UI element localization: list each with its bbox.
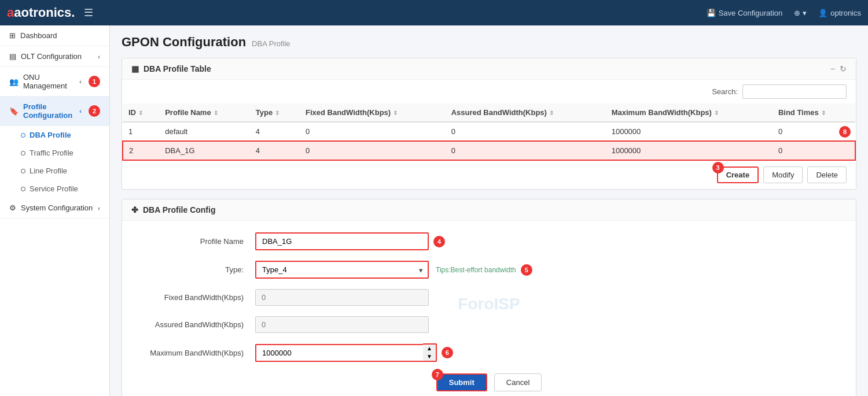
col-profile-name: Profile Name⇕ — [159, 103, 250, 122]
sidebar-sub-traffic-profile[interactable]: Traffic Profile — [0, 144, 109, 162]
profile-name-label: Profile Name — [139, 237, 255, 246]
fixed-bw-row: Fixed BandWidth(Kbps) — [139, 289, 838, 306]
save-config-button[interactable]: 💾 Save Configuration — [707, 9, 783, 17]
spinner-buttons: ▲ ▼ — [423, 343, 437, 362]
form-card-title: ✤ DBA Profile Config — [122, 199, 856, 221]
cell-id: 1 — [123, 122, 159, 141]
sidebar: ⊞ Dashboard ▤ OLT Configuration ‹ 👥 ONU … — [0, 25, 110, 396]
submit-button[interactable]: 7 Submit — [436, 373, 487, 391]
sidebar-item-profile-config[interactable]: 🔖 Profile Configuration ‹ 2 — [0, 97, 109, 126]
service-circle-icon — [21, 187, 25, 191]
sidebar-sub-dba-profile[interactable]: DBA Profile — [0, 126, 109, 144]
sidebar-item-onu-mgmt[interactable]: 👥 ONU Management ‹ 1 — [0, 67, 109, 97]
cell-bind-times: 0 8 — [773, 122, 855, 141]
col-fixed-bw: Fixed BandWidth(Kbps)⇕ — [300, 103, 446, 122]
badge-8: 8 — [839, 126, 851, 138]
sidebar-item-olt-config[interactable]: ▤ OLT Configuration ‹ — [0, 46, 109, 67]
badge-6: 6 — [442, 347, 453, 358]
max-bw-label: Maximum BandWidth(Kbps) — [139, 349, 255, 357]
spinner-up-button[interactable]: ▲ — [423, 345, 436, 353]
assured-bw-label: Assured BandWidth(Kbps) — [139, 320, 255, 329]
search-input[interactable] — [742, 84, 847, 99]
assured-bw-row: Assured BandWidth(Kbps) — [139, 316, 838, 333]
profile-name-input[interactable] — [255, 232, 429, 250]
cancel-button[interactable]: Cancel — [494, 373, 542, 391]
dba-table: ID⇕ Profile Name⇕ Type⇕ Fixed BandWidth(… — [122, 103, 856, 161]
fixed-bw-label: Fixed BandWidth(Kbps) — [139, 293, 255, 302]
delete-button[interactable]: Delete — [807, 166, 847, 183]
cell-profile-name: DBA_1G — [159, 141, 250, 160]
form-actions: 7 Submit Cancel — [139, 373, 838, 391]
dashboard-icon: ⊞ — [9, 31, 16, 40]
sidebar-item-dashboard[interactable]: ⊞ Dashboard — [0, 25, 109, 46]
col-max-bw: Maximum BandWidth(Kbps)⇕ — [606, 103, 773, 122]
save-icon: 💾 — [707, 9, 716, 17]
cell-assured-bw: 0 — [446, 122, 606, 141]
badge-5: 5 — [521, 264, 532, 276]
breadcrumb: DBA Profile — [252, 39, 290, 48]
sidebar-item-system-config[interactable]: ⚙ System Configuration ‹ — [0, 198, 109, 219]
badge-3: 3 — [712, 162, 724, 173]
badge-1: 1 — [89, 76, 100, 87]
cell-profile-name: default — [159, 122, 250, 141]
fixed-bw-input[interactable] — [255, 289, 429, 306]
assured-bw-input[interactable] — [255, 316, 429, 333]
minimize-button[interactable]: − — [830, 64, 835, 73]
col-id: ID⇕ — [123, 103, 159, 122]
profile-icon: 🔖 — [9, 107, 19, 116]
profile-name-row: Profile Name 4 — [139, 232, 838, 250]
table-icon: ▦ — [131, 64, 139, 73]
refresh-button[interactable]: ↻ — [840, 64, 847, 73]
max-bw-row: Maximum BandWidth(Kbps) ▲ ▼ 6 — [139, 343, 838, 362]
user-icon: 👤 — [818, 9, 827, 17]
user-menu[interactable]: 👤 optronics — [818, 9, 861, 17]
type-select-wrapper: Type_1 Type_2 Type_3 Type_4 Type_5 ▾ — [255, 261, 429, 279]
modify-button[interactable]: Modify — [763, 166, 803, 183]
col-assured-bw: Assured BandWidth(Kbps)⇕ — [446, 103, 606, 122]
cell-max-bw: 1000000 — [606, 141, 773, 160]
card-header-actions: − ↻ — [830, 64, 847, 73]
sidebar-sub-line-profile[interactable]: Line Profile — [0, 162, 109, 180]
onu-icon: 👥 — [9, 77, 19, 86]
language-selector[interactable]: ⊕ ▾ — [794, 9, 807, 17]
dba-table-card: ▦ DBA Profile Table − ↻ Search: ID⇕ Pr — [122, 58, 856, 190]
cell-type: 4 — [250, 122, 300, 141]
table-row[interactable]: 1 default 4 0 0 1000000 0 8 — [123, 122, 855, 141]
main-content: GPON Configuration DBA Profile ▦ DBA Pro… — [110, 25, 868, 396]
olt-icon: ▤ — [9, 52, 16, 61]
type-select[interactable]: Type_1 Type_2 Type_3 Type_4 Type_5 — [256, 262, 428, 277]
topnav-right: 💾 Save Configuration ⊕ ▾ 👤 optronics — [707, 9, 861, 17]
traffic-circle-icon — [21, 151, 25, 156]
type-row: Type: Type_1 Type_2 Type_3 Type_4 Type_5… — [139, 261, 838, 279]
dba-circle-icon — [21, 133, 25, 138]
chevron-profile: ‹ — [79, 108, 82, 114]
table-row[interactable]: 2 DBA_1G 4 0 0 1000000 0 — [123, 141, 855, 160]
logo: aaotronics. — [7, 5, 75, 20]
badge-4: 4 — [433, 236, 445, 247]
form-icon: ✤ — [131, 205, 138, 214]
chevron-onu: ‹ — [79, 78, 82, 85]
cell-bind-times: 0 — [773, 141, 855, 160]
hamburger-menu[interactable]: ☰ — [84, 6, 93, 19]
table-card-header: ▦ DBA Profile Table − ↻ — [122, 58, 856, 80]
create-button[interactable]: 3 Create — [717, 166, 759, 183]
badge-2: 2 — [89, 105, 100, 117]
cell-fixed-bw: 0 — [300, 122, 446, 141]
dba-form-card: ✤ DBA Profile Config ForoISP Profile Nam… — [122, 199, 856, 396]
table-header-row: ID⇕ Profile Name⇕ Type⇕ Fixed BandWidth(… — [123, 103, 855, 122]
page-title-area: GPON Configuration DBA Profile — [122, 35, 856, 50]
badge-7: 7 — [432, 369, 443, 380]
spinner-down-button[interactable]: ▼ — [423, 353, 436, 361]
chevron-olt: ‹ — [98, 53, 100, 60]
action-bar: 3 Create Modify Delete — [122, 161, 856, 189]
sidebar-sub-service-profile[interactable]: Service Profile — [0, 180, 109, 198]
col-type: Type⇕ — [250, 103, 300, 122]
type-tips: Tips:Best-effort bandwidth — [436, 266, 516, 274]
max-bw-input[interactable] — [255, 344, 423, 362]
page-title: GPON Configuration — [122, 35, 246, 50]
cell-assured-bw: 0 — [446, 141, 606, 160]
type-label: Type: — [139, 265, 255, 274]
chevron-system: ‹ — [98, 205, 100, 212]
cell-max-bw: 1000000 — [606, 122, 773, 141]
line-circle-icon — [21, 169, 25, 173]
